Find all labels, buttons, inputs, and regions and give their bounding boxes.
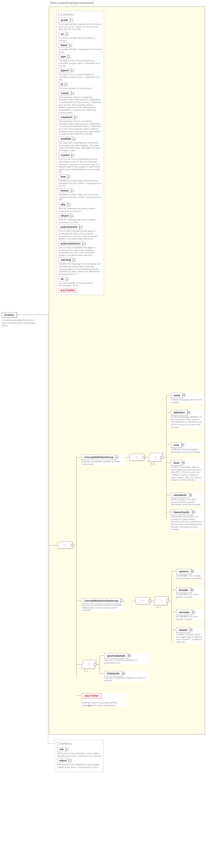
collapse-icon[interactable]: - [68,176,70,178]
occurs: 0..∞ [84,670,89,672]
attr-desc: If set to true the corresponding propert… [59,158,102,174]
element-box: narrower+ [176,610,192,615]
sequence-node: - [130,454,144,461]
collapse-icon[interactable]: - [74,116,77,119]
element-label: any ##other [84,694,99,697]
element-narrower: narrower+An identifier of a more specifi… [176,610,204,621]
root-desc: A location (geographical area or point o… [2,319,40,327]
expand-icon[interactable]: + [192,611,195,614]
attr-name: literal- [59,43,69,48]
element-remoteInfo: remoteInfo+A link to an item or a web re… [171,492,203,506]
collapse-icon[interactable]: - [120,599,123,602]
element-desc: An identifier of a more generic concept. [176,593,204,598]
attr-name: howuri- [59,188,71,193]
group-label: ConceptDefinitionGroup [84,456,113,459]
expand-icon[interactable]: + [190,628,193,631]
connector [48,315,48,744]
element-box: definition+ [171,410,187,415]
attr-desc: Indicates by which means the value was e… [59,193,102,201]
attr-pubconstraint: pubconstraint-One or many constraints th… [59,225,102,240]
connector [100,673,104,674]
attr-desc: The directionality of textual content (e… [59,282,102,287]
attr-name: custom- [59,153,72,157]
attr-whyuri: whyuri-Why the metadata has been include… [59,213,102,224]
occurs: 0..∞ [88,704,132,707]
collapse-icon[interactable]: - [69,44,72,47]
collapse-icon[interactable]: - [65,83,68,86]
collapse-icon[interactable]: - [68,55,70,58]
attr-pubconstrainturi: pubconstrainturi-One or many constraints… [59,241,102,257]
attr-desc: Refinement of the semantics of the locat… [57,764,101,769]
collapse-icon[interactable]: - [66,33,69,35]
expand-icon[interactable]: + [191,589,194,591]
attr-modified: modified-The date (and, optionally, the … [59,136,102,152]
connector [145,457,148,458]
element-desc: Represents the position of a concept in … [171,516,203,531]
expand-icon[interactable]: + [189,494,192,496]
collapse-icon[interactable]: - [71,189,74,192]
group-desc: A group of properties required to define… [82,461,123,466]
connector [125,457,130,458]
collapse-icon[interactable]: - [73,137,76,140]
element-broader: broader+An identifier of a more generic … [176,587,204,598]
connector [76,601,81,601]
element-box: name+ [171,393,183,398]
collapse-icon[interactable]: - [66,748,69,751]
expand-icon[interactable]: + [182,461,185,464]
attr-custom: custom-If set to true the corresponding … [59,153,102,174]
collapse-icon[interactable]: - [71,69,74,72]
collapse-icon[interactable]: - [70,19,73,22]
attr-name: xml:lang- [59,257,73,262]
element-desc: A related concept, where the relationshi… [176,633,204,644]
connector [172,630,176,630]
element-label: POIDetails [107,672,120,675]
attr-qcode: qcode-A concept identifier expressed as … [59,18,102,31]
collapse-icon[interactable]: - [69,760,72,762]
root-element: location [2,312,17,317]
element-label: geoAreaDetails [107,654,126,657]
expand-icon[interactable]: + [192,511,195,514]
occurs: 0..∞ [151,463,155,465]
collapse-icon[interactable]: - [83,242,85,245]
expand-icon[interactable]: + [183,394,185,397]
attr-type: type-The type of the concept assigned as… [59,54,102,67]
connector [73,545,76,546]
collapse-icon[interactable]: - [71,215,73,217]
element-note: note+Additional natural language informa… [171,442,203,454]
element-box: facet+ [171,460,182,466]
attr-howuri: howuri-Indicates by which means the valu… [59,188,102,201]
collapse-icon[interactable]: - [72,154,74,157]
element-desc: A group of properties specific to a geop… [104,659,149,664]
collapse-icon[interactable]: - [116,456,118,458]
collapse-icon[interactable]: - [68,203,70,206]
type-header: FlexLocationPropType (extension) [50,1,94,4]
collapse-icon[interactable]: - [73,259,76,261]
connector [163,457,166,458]
element-sameAs: sameAs+An identifier of a concept with e… [176,569,204,580]
expand-icon[interactable]: + [191,570,194,572]
collapse-icon[interactable]: - [66,278,69,281]
element-desc: In NAR 1.8 and later, facet is deprecate… [171,466,203,482]
element-desc: A natural language name for the concept. [171,399,203,404]
element-related: related+A related concept, where the rel… [176,627,204,644]
attr-name: roleuri- [57,758,69,763]
connector [49,545,58,546]
attr-why: why-Why the metadata has been included -… [59,202,102,213]
collapse-icon[interactable]: - [71,92,74,95]
expand-icon[interactable]: + [187,411,190,414]
expand-icon[interactable]: + [181,444,184,446]
any-other-element: any ##other 0..∞ Extension point for pro… [82,693,126,707]
attr-name: id- [59,82,65,87]
poi-details-element: POIDetails+ A group of properties specif… [104,671,149,682]
connector [166,395,167,519]
choice-node-bottom: - [81,660,96,669]
attr-creator: creator-If the property value is not def… [59,91,102,114]
expand-icon[interactable]: + [123,672,125,675]
attr-desc: The type of the concept assigned as cont… [59,60,102,67]
expand-icon[interactable]: + [128,654,131,657]
attributes-box-bottom: attributes role-Refinement of the semant… [55,740,104,772]
element-desc: Additional natural language information … [171,448,203,454]
connector [166,512,171,512]
attr-name: why- [59,202,68,207]
collapse-icon[interactable]: - [79,226,82,228]
